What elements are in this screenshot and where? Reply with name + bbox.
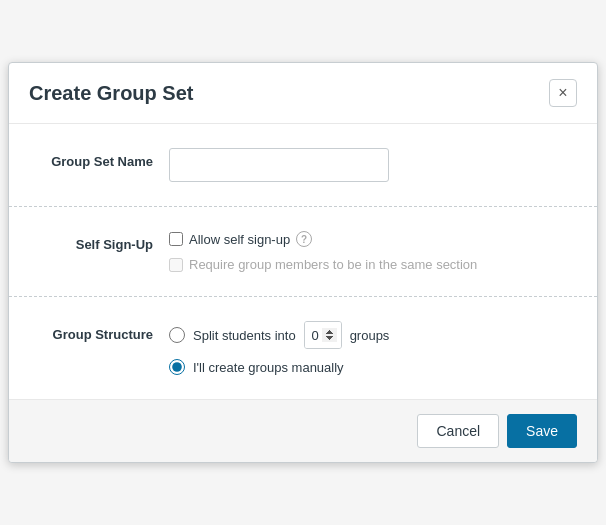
close-icon: ×	[558, 85, 567, 101]
manual-groups-radio[interactable]	[169, 359, 185, 375]
manual-groups-label: I'll create groups manually	[193, 360, 344, 375]
close-button[interactable]: ×	[549, 79, 577, 107]
create-group-set-modal: Create Group Set × Group Set Name Self S…	[8, 62, 598, 463]
groups-number-input[interactable]	[305, 322, 341, 348]
group-set-name-input[interactable]	[169, 148, 389, 182]
require-same-section-checkbox[interactable]	[169, 258, 183, 272]
allow-self-signup-row: Allow self sign-up ?	[169, 231, 577, 247]
modal-overlay: Create Group Set × Group Set Name Self S…	[0, 0, 606, 525]
manual-groups-row: I'll create groups manually	[169, 359, 577, 375]
self-signup-row: Self Sign-Up Allow self sign-up ? Requir…	[9, 207, 597, 297]
modal-body: Group Set Name Self Sign-Up Allow self s…	[9, 124, 597, 399]
self-signup-controls: Allow self sign-up ? Require group membe…	[169, 231, 577, 272]
allow-self-signup-checkbox-label: Allow self sign-up	[189, 232, 290, 247]
split-students-radio[interactable]	[169, 327, 185, 343]
require-same-section-label: Require group members to be in the same …	[189, 257, 477, 272]
cancel-button[interactable]: Cancel	[417, 414, 499, 448]
group-structure-label: Group Structure	[29, 321, 169, 342]
groups-number-wrapper	[304, 321, 342, 349]
require-same-section-row: Require group members to be in the same …	[169, 257, 577, 272]
group-set-name-label: Group Set Name	[29, 148, 169, 169]
group-set-name-row: Group Set Name	[9, 124, 597, 207]
group-structure-controls: Split students into groups I'll create g…	[169, 321, 577, 375]
save-button[interactable]: Save	[507, 414, 577, 448]
modal-title: Create Group Set	[29, 82, 193, 105]
split-students-row: Split students into groups	[169, 321, 577, 349]
modal-footer: Cancel Save	[9, 399, 597, 462]
self-signup-label: Self Sign-Up	[29, 231, 169, 252]
modal-header: Create Group Set ×	[9, 63, 597, 124]
group-set-name-controls	[169, 148, 577, 182]
allow-self-signup-checkbox[interactable]	[169, 232, 183, 246]
groups-suffix-label: groups	[350, 328, 390, 343]
split-students-label: Split students into	[193, 328, 296, 343]
group-structure-row: Group Structure Split students into grou…	[9, 297, 597, 399]
help-icon[interactable]: ?	[296, 231, 312, 247]
